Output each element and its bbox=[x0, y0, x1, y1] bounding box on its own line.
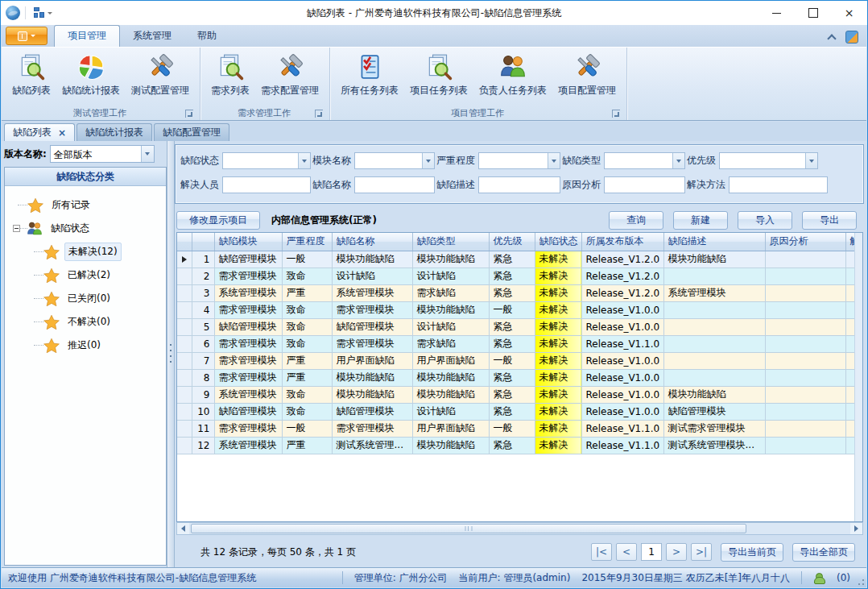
close-button[interactable]: × bbox=[831, 1, 867, 25]
panel-splitter[interactable] bbox=[167, 141, 175, 568]
column-header[interactable]: 解决方法 bbox=[845, 233, 854, 251]
ribbon-button[interactable]: 缺陷列表 bbox=[6, 50, 56, 106]
filter-input[interactable] bbox=[729, 176, 828, 193]
toolbar-button[interactable]: 导入 bbox=[738, 211, 792, 230]
dropdown-arrow-icon[interactable] bbox=[548, 153, 560, 168]
quick-access-toolbar-button[interactable] bbox=[31, 6, 56, 20]
filter-combobox[interactable] bbox=[354, 152, 435, 169]
tree-item[interactable]: 未解决(12) bbox=[5, 240, 166, 263]
ribbon-button[interactable]: 缺陷统计报表 bbox=[56, 50, 126, 106]
scroll-left-icon[interactable] bbox=[177, 523, 189, 534]
dialog-launcher-icon[interactable] bbox=[612, 110, 620, 118]
ribbon-button[interactable]: 所有任务列表 bbox=[335, 50, 404, 106]
ribbon-tab-1[interactable]: 项目管理 bbox=[54, 25, 120, 47]
ribbon-tab-2[interactable]: 系统管理 bbox=[120, 26, 184, 47]
filter-input[interactable] bbox=[222, 176, 311, 193]
filter-input[interactable] bbox=[478, 176, 560, 193]
vertical-scrollbar[interactable] bbox=[854, 233, 862, 521]
ribbon-tab-3[interactable]: 帮助 bbox=[184, 26, 229, 47]
filter-combobox[interactable] bbox=[719, 152, 818, 169]
filter-combobox[interactable] bbox=[604, 152, 685, 169]
table-cell: 紧急 bbox=[489, 437, 535, 454]
table-row[interactable]: 11需求管理模块一般需求管理模块用户界面缺陷一般未解决Release_V1.1.… bbox=[177, 420, 854, 437]
collapse-ribbon-icon[interactable] bbox=[826, 31, 837, 43]
export-all-pages-button[interactable]: 导出全部页 bbox=[792, 543, 855, 562]
column-header[interactable]: 严重程度 bbox=[282, 233, 332, 251]
column-header[interactable]: 缺陷状态 bbox=[535, 233, 581, 251]
filter-input[interactable] bbox=[354, 176, 435, 193]
prev-page-button[interactable]: < bbox=[616, 543, 637, 561]
defect-table[interactable]: 缺陷模块严重程度缺陷名称缺陷类型优先级缺陷状态所属发布版本缺陷描述原因分析解决方… bbox=[177, 233, 854, 454]
toolbar-button[interactable]: 新建 bbox=[673, 211, 728, 230]
column-header[interactable]: 缺陷描述 bbox=[663, 233, 765, 251]
column-header[interactable]: 缺陷模块 bbox=[214, 233, 282, 251]
dropdown-arrow-icon[interactable] bbox=[141, 146, 154, 162]
table-row[interactable]: 4需求管理模块致命需求管理模块模块功能缺陷一般未解决Release_V1.0.0 bbox=[177, 301, 854, 318]
resize-grip-icon[interactable] bbox=[855, 576, 865, 586]
tree-item[interactable]: 所有记录 bbox=[5, 193, 166, 217]
dialog-launcher-icon[interactable] bbox=[315, 110, 323, 118]
dropdown-arrow-icon[interactable] bbox=[805, 153, 817, 168]
table-cell: 模块功能缺陷 bbox=[332, 369, 412, 386]
last-page-button[interactable]: >| bbox=[691, 543, 712, 561]
table-row[interactable]: 3系统管理模块严重系统管理模块需求缺陷紧急未解决Release_V1.2.0系统… bbox=[177, 284, 854, 301]
table-row[interactable]: 5缺陷管理模块致命缺陷管理模块设计缺陷紧急未解决Release_V1.0.0 bbox=[177, 318, 854, 335]
toolbar-button[interactable]: 查询 bbox=[609, 211, 663, 230]
column-header[interactable]: 所属发布版本 bbox=[581, 233, 663, 251]
ribbon-button[interactable]: 项目任务列表 bbox=[404, 50, 473, 106]
table-cell: 一般 bbox=[282, 251, 332, 268]
table-row[interactable]: 12系统管理模块严重测试系统管理...模块功能缺陷紧急未解决Release_V1… bbox=[177, 437, 854, 454]
table-row[interactable]: 8需求管理模块严重模块功能缺陷模块功能缺陷紧急未解决Release_V1.0.0 bbox=[177, 369, 854, 386]
table-row[interactable]: 1缺陷管理模块一般模块功能缺陷模块功能缺陷紧急未解决Release_V1.2.0… bbox=[177, 251, 854, 268]
ribbon-button[interactable]: 项目配置管理 bbox=[552, 50, 622, 106]
table-row[interactable]: 2需求管理模块致命设计缺陷设计缺陷紧急未解决Release_V1.2.0 bbox=[177, 268, 854, 284]
dialog-launcher-icon[interactable] bbox=[185, 110, 193, 118]
maximize-button[interactable] bbox=[795, 1, 831, 25]
close-tab-icon[interactable]: × bbox=[58, 127, 66, 139]
column-header[interactable]: 缺陷名称 bbox=[332, 233, 412, 251]
table-row[interactable]: 6需求管理模块致命需求管理模块需求缺陷紧急未解决Release_V1.1.0 bbox=[177, 335, 854, 352]
help-icon[interactable] bbox=[845, 31, 858, 44]
table-row[interactable]: 10缺陷管理模块致命缺陷管理模块设计缺陷紧急未解决Release_V1.0.0缺… bbox=[177, 403, 854, 420]
page-number-input[interactable] bbox=[641, 543, 662, 561]
version-combobox[interactable]: 全部版本 bbox=[50, 145, 155, 163]
messages-user-icon[interactable] bbox=[813, 572, 825, 584]
column-header[interactable]: 缺陷类型 bbox=[412, 233, 489, 251]
application-menu-button[interactable] bbox=[6, 27, 48, 45]
document-tab[interactable]: 缺陷列表× bbox=[4, 123, 75, 141]
column-header[interactable]: 原因分析 bbox=[765, 233, 845, 251]
document-tab[interactable]: 缺陷配置管理 bbox=[154, 123, 229, 141]
horizontal-scrollbar[interactable] bbox=[176, 522, 863, 535]
document-tab[interactable]: 缺陷统计报表 bbox=[76, 123, 152, 141]
column-header[interactable]: 优先级 bbox=[489, 233, 535, 251]
tree-item[interactable]: 不解决(0) bbox=[5, 310, 166, 334]
toolbar-button[interactable]: 导出 bbox=[802, 211, 857, 230]
dropdown-arrow-icon[interactable] bbox=[298, 153, 310, 168]
ribbon-button[interactable]: 需求列表 bbox=[205, 50, 255, 106]
ribbon-button[interactable]: 需求配置管理 bbox=[255, 50, 324, 106]
table-cell bbox=[663, 369, 765, 386]
filter-combobox[interactable] bbox=[478, 152, 560, 169]
ribbon-button[interactable]: 测试配置管理 bbox=[126, 50, 195, 106]
scroll-right-icon[interactable] bbox=[850, 523, 862, 534]
table-row[interactable]: 9系统管理模块致命模块功能缺陷模块功能缺陷紧急未解决Release_V1.0.0… bbox=[177, 386, 854, 403]
next-page-button[interactable]: > bbox=[666, 543, 687, 561]
first-page-button[interactable]: |< bbox=[591, 543, 612, 561]
dropdown-arrow-icon[interactable] bbox=[672, 153, 684, 168]
filter-input[interactable] bbox=[604, 176, 685, 193]
table-row[interactable]: 7需求管理模块严重用户界面缺陷用户界面缺陷一般未解决Release_V1.0.0 bbox=[177, 352, 854, 369]
filter-combobox[interactable] bbox=[222, 152, 311, 169]
minimize-button[interactable] bbox=[758, 1, 795, 25]
ribbon-button[interactable]: 负责人任务列表 bbox=[473, 50, 552, 106]
modify-columns-button[interactable]: 修改显示项目 bbox=[176, 211, 260, 230]
tree-item[interactable]: 缺陷状态 bbox=[5, 217, 166, 240]
collapse-node-icon[interactable] bbox=[13, 225, 20, 232]
dropdown-arrow-icon[interactable] bbox=[422, 153, 434, 168]
tree-item[interactable]: 推迟(0) bbox=[5, 334, 166, 357]
table-cell bbox=[845, 352, 854, 369]
tree-item[interactable]: 已关闭(0) bbox=[5, 287, 166, 310]
tree-item[interactable]: 已解决(2) bbox=[5, 263, 166, 287]
export-current-page-button[interactable]: 导出当前页 bbox=[721, 543, 783, 562]
status-tree: 所有记录缺陷状态未解决(12)已解决(2)已关闭(0)不解决(0)推迟(0) bbox=[5, 186, 166, 357]
scrollbar-thumb[interactable] bbox=[191, 524, 746, 533]
